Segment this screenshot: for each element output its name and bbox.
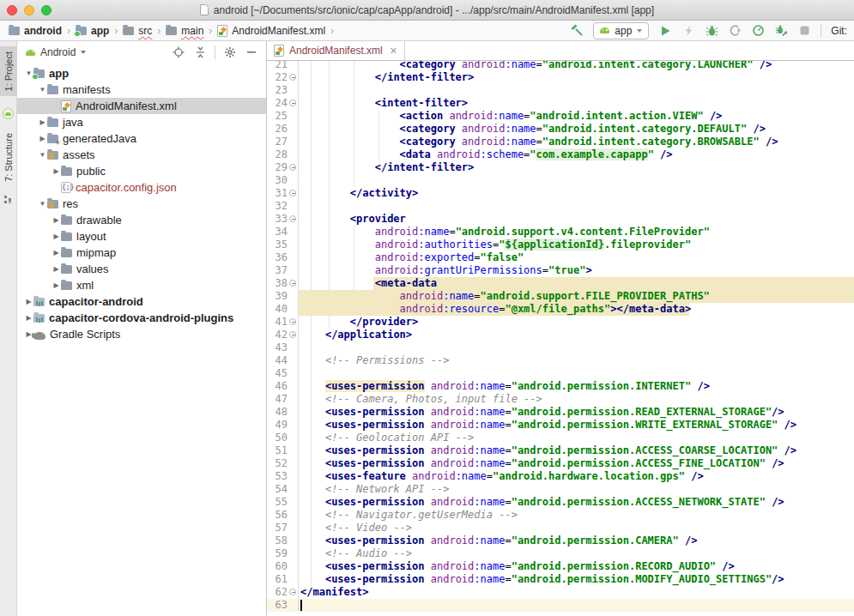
expand-arrow-icon[interactable]: ▼ [38, 151, 47, 159]
code-line-42[interactable]: 42 </application> [267, 329, 854, 341]
gear-icon[interactable] [223, 45, 237, 59]
tree-item-capacitor-cordova-android-plugins[interactable]: ▶capacitor-cordova-android-plugins [17, 310, 266, 326]
git-widget[interactable]: Git: [831, 25, 847, 37]
structure-icon[interactable] [4, 196, 12, 203]
build-hammer-icon[interactable] [570, 24, 584, 38]
tree-item-generatedjava[interactable]: ▶generatedJava [17, 130, 266, 147]
code-line-46[interactable]: 46 <uses-permission android:name="androi… [267, 380, 854, 393]
run-button[interactable] [658, 24, 672, 38]
collapse-arrow-icon[interactable]: ▶ [24, 298, 33, 305]
tree-item-xml[interactable]: ▶xml [17, 277, 266, 293]
run-configuration-select[interactable]: app [593, 22, 649, 39]
run-with-coverage-icon[interactable] [728, 24, 742, 38]
code-line-25[interactable]: 25 <action android:name="android.intent.… [267, 110, 854, 123]
fold-icon[interactable] [289, 589, 296, 595]
tree-item-java[interactable]: ▶java [17, 114, 266, 130]
fold-icon[interactable] [289, 215, 296, 222]
code-line-56[interactable]: 56 <!-- Navigator.getUserMedia --> [267, 509, 854, 522]
tree-item-mipmap[interactable]: ▶mipmap [17, 245, 266, 261]
code-line-32[interactable]: 32 [267, 200, 854, 213]
tab-androidmanifest[interactable]: AndroidManifest.xml ✕ [267, 41, 405, 60]
chevron-down-icon[interactable] [81, 51, 86, 54]
code-line-45[interactable]: 45 [267, 367, 854, 380]
collapse-arrow-icon[interactable]: ▶ [38, 135, 47, 142]
code-line-27[interactable]: 27 <category android:name="android.inten… [267, 136, 854, 148]
fold-icon[interactable] [289, 74, 296, 81]
tree-item-drawable[interactable]: ▶drawable [17, 212, 266, 228]
close-button[interactable] [7, 5, 17, 15]
minimize-button[interactable] [24, 5, 34, 15]
code-line-33[interactable]: 33 <provider [267, 213, 854, 226]
project-view-selector[interactable]: Android [40, 46, 76, 58]
tree-item-res[interactable]: ▼res [17, 196, 266, 212]
tree-item-layout[interactable]: ▶layout [17, 228, 266, 245]
code-line-52[interactable]: 52 <uses-permission android:name="androi… [267, 457, 854, 470]
tree-item-capacitor-android[interactable]: ▶capacitor-android [17, 293, 266, 310]
breadcrumb-item-main[interactable]: main [166, 25, 203, 37]
code-line-48[interactable]: 48 <uses-permission android:name="androi… [267, 406, 854, 419]
collapse-all-icon[interactable] [193, 45, 207, 59]
debug-button[interactable] [705, 24, 718, 38]
fold-icon[interactable] [289, 100, 296, 106]
code-line-47[interactable]: 47 <!-- Camera, Photos, input file --> [267, 393, 854, 406]
code-line-22[interactable]: 22 </intent-filter> [267, 71, 854, 84]
code-line-26[interactable]: 26 <category android:name="android.inten… [267, 123, 854, 136]
code-line-49[interactable]: 49 <uses-permission android:name="androi… [267, 419, 854, 432]
android-view-icon[interactable] [3, 108, 14, 119]
code-line-59[interactable]: 59 <!-- Audio --> [267, 547, 854, 560]
expand-arrow-icon[interactable]: ▼ [38, 200, 47, 208]
close-icon[interactable]: ✕ [390, 45, 397, 57]
code-line-28[interactable]: 28 <data android:scheme="com.example.cap… [267, 148, 854, 161]
apply-changes-icon[interactable] [681, 24, 695, 38]
fold-icon[interactable] [289, 318, 296, 325]
code-line-23[interactable]: 23 [267, 84, 854, 97]
tree-item-values[interactable]: ▶values [17, 261, 266, 277]
collapse-arrow-icon[interactable]: ▶ [51, 233, 61, 240]
fold-icon[interactable] [289, 164, 296, 171]
profiler-button[interactable] [751, 24, 765, 38]
code-line-36[interactable]: 36 android:exported="false" [267, 251, 854, 264]
tree-item-gradle-scripts[interactable]: ▶Gradle Scripts [17, 326, 266, 342]
code-line-41[interactable]: 41 </provider> [267, 316, 854, 329]
attach-debugger-icon[interactable] [774, 24, 788, 38]
collapse-arrow-icon[interactable]: ▶ [51, 249, 61, 257]
code-line-29[interactable]: 29 </intent-filter> [267, 161, 854, 174]
tree-item-androidmanifest-xml[interactable]: AndroidManifest.xml [17, 98, 266, 114]
stop-button[interactable] [797, 24, 811, 38]
code-line-62[interactable]: 62</manifest> [267, 586, 854, 599]
code-line-50[interactable]: 50 <!-- Geolocation API --> [267, 432, 854, 444]
fold-icon[interactable] [289, 190, 296, 196]
code-line-21[interactable]: 21 <category android:name="android.inten… [267, 61, 854, 71]
breadcrumb-item-android[interactable]: android [9, 25, 62, 37]
collapse-arrow-icon[interactable]: ▶ [38, 118, 47, 126]
collapse-arrow-icon[interactable]: ▶ [24, 314, 33, 322]
tree-item-assets[interactable]: ▼assets [17, 147, 266, 163]
tree-item-capacitor-config-json[interactable]: {;}capacitor.config.json [17, 179, 266, 196]
code-line-53[interactable]: 53 <uses-feature android:name="android.h… [267, 470, 854, 483]
collapse-arrow-icon[interactable]: ▶ [51, 281, 61, 289]
code-line-57[interactable]: 57 <!-- Video --> [267, 522, 854, 534]
collapse-arrow-icon[interactable]: ▶ [51, 167, 61, 175]
breadcrumb-item-app[interactable]: app [76, 25, 109, 37]
zoom-button[interactable] [41, 5, 51, 15]
collapse-arrow-icon[interactable]: ▶ [51, 216, 61, 224]
code-line-55[interactable]: 55 <uses-permission android:name="androi… [267, 496, 854, 509]
code-editor[interactable]: 21 <category android:name="android.inten… [267, 61, 854, 616]
breadcrumb-item-src[interactable]: src [123, 25, 152, 37]
code-line-63[interactable]: 63 [267, 599, 854, 612]
tool-window-project-button[interactable]: 1: Project [0, 46, 17, 96]
code-line-60[interactable]: 60 <uses-permission android:name="androi… [267, 560, 854, 573]
code-line-37[interactable]: 37 android:grantUriPermissions="true"> [267, 264, 854, 277]
expand-arrow-icon[interactable]: ▼ [38, 86, 47, 94]
code-line-31[interactable]: 31 </activity> [267, 187, 854, 200]
fold-icon[interactable] [289, 280, 296, 287]
fold-icon[interactable] [289, 331, 296, 338]
code-line-44[interactable]: 44 <!-- Permissions --> [267, 354, 854, 367]
locate-file-icon[interactable] [172, 45, 185, 59]
tree-item-public[interactable]: ▶public [17, 163, 266, 179]
collapse-arrow-icon[interactable]: ▶ [51, 265, 61, 273]
code-line-54[interactable]: 54 <!-- Network API --> [267, 483, 854, 496]
tree-item-app[interactable]: ▼app [17, 65, 266, 82]
breadcrumb-item-androidmanifest-xml[interactable]: AndroidManifest.xml [217, 25, 325, 37]
code-line-38[interactable]: 38 <meta-data [267, 277, 854, 290]
